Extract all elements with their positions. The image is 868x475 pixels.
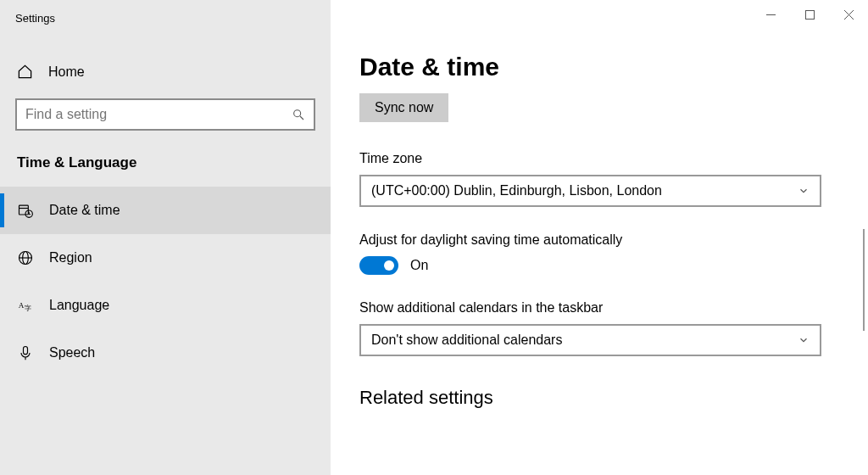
dst-label: Adjust for daylight saving time automati… — [359, 232, 839, 248]
window-controls — [751, 2, 868, 27]
svg-line-6 — [29, 214, 31, 215]
main-content: Date & time Sync now Time zone (UTC+00:0… — [331, 0, 868, 475]
language-icon: A字 — [17, 297, 34, 314]
minimize-button[interactable] — [751, 2, 790, 27]
chevron-down-icon — [798, 334, 810, 346]
svg-rect-15 — [805, 10, 814, 19]
related-settings-heading: Related settings — [359, 387, 839, 409]
timezone-select[interactable]: (UTC+00:00) Dublin, Edinburgh, Lisbon, L… — [359, 175, 821, 207]
sidebar-item-region[interactable]: Region — [0, 234, 331, 282]
page-title: Date & time — [359, 53, 839, 81]
globe-icon — [17, 249, 34, 266]
sidebar-item-label: Speech — [49, 345, 95, 360]
home-nav[interactable]: Home — [0, 55, 331, 88]
search-input[interactable] — [25, 107, 292, 122]
search-box[interactable] — [15, 98, 315, 131]
microphone-icon — [17, 344, 34, 361]
sync-now-button[interactable]: Sync now — [359, 93, 448, 122]
maximize-button[interactable] — [790, 2, 829, 27]
sidebar-item-date-time[interactable]: Date & time — [0, 187, 331, 234]
calendars-value: Don't show additional calendars — [371, 332, 798, 348]
window-title: Settings — [0, 8, 331, 38]
category-heading: Time & Language — [0, 146, 331, 187]
calendar-clock-icon — [17, 202, 34, 219]
svg-rect-2 — [19, 205, 29, 215]
sidebar: Settings Home Time & Language Date & tim… — [0, 0, 331, 475]
svg-rect-12 — [24, 347, 28, 355]
dst-toggle-state: On — [410, 258, 428, 273]
svg-line-1 — [300, 116, 303, 120]
home-label: Home — [48, 64, 85, 80]
sidebar-item-speech[interactable]: Speech — [0, 329, 331, 377]
close-button[interactable] — [829, 2, 868, 27]
calendars-select[interactable]: Don't show additional calendars — [359, 324, 821, 356]
dst-toggle[interactable] — [359, 256, 398, 275]
sidebar-item-label: Language — [49, 298, 109, 313]
search-container — [15, 98, 315, 131]
calendars-label: Show additional calendars in the taskbar — [359, 300, 839, 316]
svg-point-0 — [294, 110, 301, 117]
chevron-down-icon — [798, 185, 810, 197]
timezone-value: (UTC+00:00) Dublin, Edinburgh, Lisbon, L… — [371, 183, 798, 198]
dst-toggle-row: On — [359, 256, 839, 275]
scrollbar[interactable] — [863, 229, 865, 331]
sidebar-item-language[interactable]: A字 Language — [0, 282, 331, 329]
timezone-label: Time zone — [359, 151, 839, 166]
svg-text:字: 字 — [25, 304, 31, 312]
sidebar-item-label: Region — [49, 250, 92, 265]
svg-text:A: A — [19, 301, 25, 310]
home-icon — [17, 64, 33, 80]
sidebar-item-label: Date & time — [49, 203, 120, 218]
search-icon — [292, 108, 305, 121]
